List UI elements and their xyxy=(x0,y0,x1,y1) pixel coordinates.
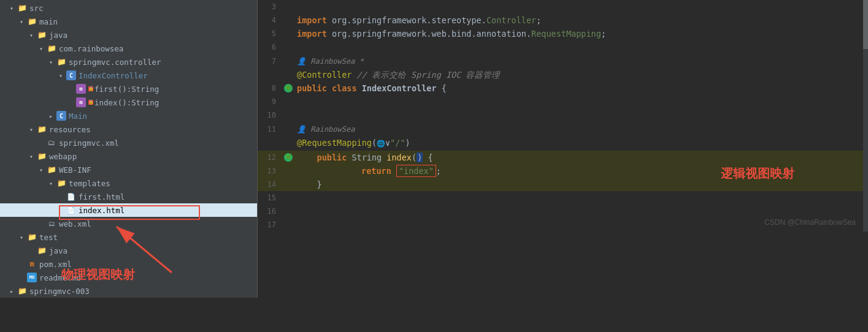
line-num-16: 16 xyxy=(258,205,282,218)
tree-item-com[interactable]: com.rainbowsea xyxy=(0,42,257,55)
label-first-method: first():String xyxy=(94,85,159,94)
folder-icon-webinf xyxy=(47,165,56,175)
label-resources: resources xyxy=(49,125,91,134)
line-num-6: 6 xyxy=(258,40,282,54)
tree-item-springmvc003[interactable]: springmvc-003 xyxy=(0,284,257,298)
arrow-resources xyxy=(29,126,37,133)
label-springmvc003: springmvc-003 xyxy=(29,287,90,296)
content-11b: @RequestMapping(🌐∨"/") xyxy=(294,136,410,151)
tree-item-first-html[interactable]: 📄 first.html xyxy=(0,190,257,203)
code-line-8: 8 🌿 public class IndexController { xyxy=(258,81,868,95)
tree-item-indexcontroller[interactable]: IndexController xyxy=(0,69,257,82)
code-line-15: 15 xyxy=(258,191,868,205)
arrow-springmvc003 xyxy=(10,288,17,295)
folder-icon-src xyxy=(17,3,27,13)
m-icon-index xyxy=(76,97,86,107)
pom-icon: m xyxy=(27,259,37,269)
folder-icon-webapp xyxy=(37,151,47,161)
label-com: com.rainbowsea xyxy=(59,44,123,53)
arrow-controller-pkg xyxy=(49,59,56,66)
csdn-watermark: CSDN @ChinaRainbowSea xyxy=(764,218,856,227)
tree-item-java[interactable]: java xyxy=(0,28,257,42)
arrow-test xyxy=(20,234,27,241)
label-src: src xyxy=(29,4,44,13)
code-line-12: 12 🌿 public String index() { xyxy=(258,151,868,164)
content-7b: @Controller // 表示交给 Spring IOC 容器管理 xyxy=(294,68,500,81)
tree-item-first-method[interactable]: 🔒 first():String xyxy=(0,82,257,96)
code-line-10: 10 xyxy=(258,108,868,122)
bean-icon-8: 🌿 xyxy=(284,84,293,92)
line-num-11: 11 xyxy=(258,123,282,136)
tree-item-main-class[interactable]: Main xyxy=(0,109,257,123)
tree-item-webapp[interactable]: webapp xyxy=(0,149,257,163)
content-5: import org.springframework.web.bind.anno… xyxy=(294,27,606,40)
tree-item-webinf[interactable]: WEB-INF xyxy=(0,163,257,176)
tree-item-index-method[interactable]: 🔒 index():String xyxy=(0,96,257,109)
code-line-7: 7 👤 RainbowSea * xyxy=(258,54,868,68)
code-line-3: 3 xyxy=(258,0,868,13)
c-icon-main xyxy=(56,111,66,121)
arrow-main-class xyxy=(49,113,56,119)
tree-item-test-java[interactable]: java xyxy=(0,244,257,257)
tree-item-readme[interactable]: MD readme.md xyxy=(0,271,257,284)
html-icon-first: 📄 xyxy=(66,192,76,202)
bean-icon-12: 🌿 xyxy=(284,153,293,162)
code-editor-wrapper: 3 4 import org.springframework.stereotyp… xyxy=(258,0,868,332)
label-templates: templates xyxy=(69,179,110,188)
tree-item-src[interactable]: src xyxy=(0,1,257,15)
line-num-8: 8 xyxy=(258,81,282,95)
code-lines: 3 4 import org.springframework.stereotyp… xyxy=(258,0,868,232)
m-icon-first xyxy=(76,84,86,94)
line-num-10: 10 xyxy=(258,108,282,122)
tree-item-templates[interactable]: templates xyxy=(0,176,257,190)
content-11: 👤 RainbowSea xyxy=(294,122,355,136)
gutter-8: 🌿 xyxy=(282,84,294,92)
label-first-html: first.html xyxy=(79,192,125,202)
folder-icon-test-java xyxy=(37,246,47,255)
file-tree: src main java com.rainbowsea springmvc.c… xyxy=(0,0,258,298)
label-controller-pkg: springmvc.controller xyxy=(69,58,161,67)
label-pom: pom.xml xyxy=(39,260,72,269)
line-num-12: 12 xyxy=(258,151,282,164)
label-test-java: java xyxy=(49,246,67,255)
label-springmvc-xml: springmvc.xml xyxy=(59,138,119,148)
folder-icon-test xyxy=(27,232,37,242)
code-line-9: 9 xyxy=(258,95,868,108)
folder-icon-resources xyxy=(37,124,47,134)
xml-icon-springmvc: 🗂 xyxy=(47,138,56,148)
label-java: java xyxy=(49,31,67,40)
folder-icon-templates xyxy=(56,178,66,188)
tree-item-controller-pkg[interactable]: springmvc.controller xyxy=(0,55,257,69)
c-icon-indexcontroller xyxy=(66,70,76,80)
code-line-11b: @RequestMapping(🌐∨"/") xyxy=(258,136,868,151)
label-indexcontroller: IndexController xyxy=(79,71,148,80)
tree-item-index-html[interactable]: 📄 index.html xyxy=(0,203,257,217)
content-7: 👤 RainbowSea * xyxy=(294,54,364,68)
label-main-class: Main xyxy=(69,111,87,121)
arrow-com xyxy=(39,45,47,52)
folder-icon-springmvc003 xyxy=(17,286,27,296)
label-index-html: index.html xyxy=(79,206,125,215)
folder-icon-main xyxy=(27,17,37,26)
tree-item-resources[interactable]: resources xyxy=(0,123,257,136)
html-icon-index: 📄 xyxy=(66,205,76,215)
line-num-7: 7 xyxy=(258,55,282,68)
line-num-3: 3 xyxy=(258,0,282,13)
scroll-thumb[interactable] xyxy=(863,0,868,49)
code-line-14: 14 } xyxy=(258,178,868,191)
code-line-16: 16 xyxy=(258,205,868,218)
folder-icon-controller xyxy=(56,57,66,67)
content-13: return "index"; xyxy=(294,164,441,178)
tree-item-test[interactable]: test xyxy=(0,230,257,244)
tree-item-main[interactable]: main xyxy=(0,15,257,28)
arrow-src xyxy=(10,5,17,12)
code-line-7b: @Controller // 表示交给 Spring IOC 容器管理 xyxy=(258,68,868,81)
line-num-5: 5 xyxy=(258,27,282,40)
tree-item-pom[interactable]: m pom.xml xyxy=(0,257,257,271)
arrow-java xyxy=(29,32,37,39)
label-readme: readme.md xyxy=(39,273,81,282)
md-icon: MD xyxy=(27,273,37,282)
tree-item-springmvc-xml[interactable]: 🗂 springmvc.xml xyxy=(0,136,257,149)
tree-item-web-xml[interactable]: 🗂 web.xml xyxy=(0,217,257,230)
content-12: public String index() { xyxy=(294,151,433,164)
